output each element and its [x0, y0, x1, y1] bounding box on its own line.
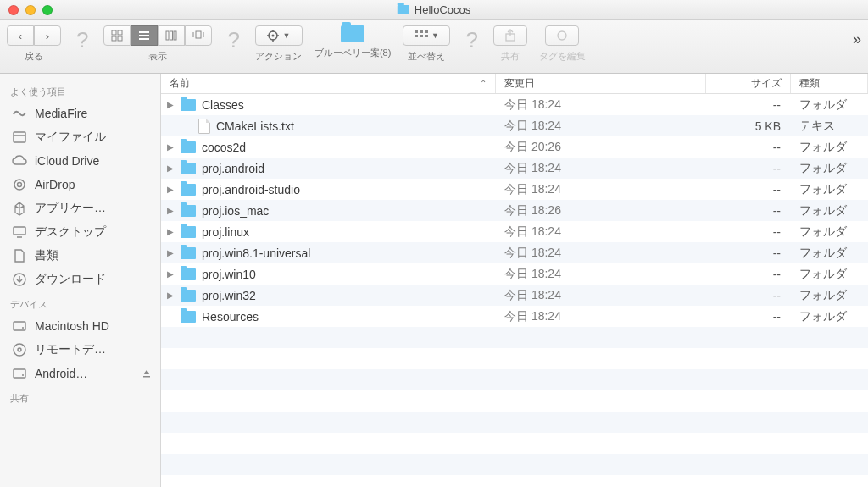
share-button[interactable]: [493, 25, 527, 46]
folder-icon: [181, 205, 196, 217]
table-row[interactable]: ▶proj.win10今日 18:24--フォルダ: [161, 263, 868, 285]
empty-row: [161, 433, 868, 454]
file-kind: テキス: [791, 119, 868, 134]
table-row[interactable]: ▶Classes今日 18:24--フォルダ: [161, 94, 868, 115]
file-size: --: [706, 204, 791, 218]
action-button[interactable]: ▼: [255, 25, 303, 46]
table-row[interactable]: ▶proj.android今日 18:24--フォルダ: [161, 158, 868, 179]
coverflow-view-button[interactable]: [185, 25, 212, 46]
sidebar-item[interactable]: マイファイル: [0, 125, 160, 149]
folder-icon: [398, 5, 409, 14]
column-size[interactable]: サイズ: [706, 74, 791, 93]
action-group: ▼ アクション: [255, 25, 303, 63]
documents-icon: [12, 248, 27, 263]
table-row[interactable]: ▶proj.ios_mac今日 18:26--フォルダ: [161, 200, 868, 221]
sidebar-item[interactable]: アプリケー…: [0, 196, 160, 220]
file-kind: フォルダ: [791, 203, 868, 219]
svg-point-41: [22, 374, 24, 376]
svg-rect-22: [415, 35, 418, 37]
table-row[interactable]: ▶cocos2d今日 20:26--フォルダ: [161, 136, 868, 158]
folder-icon: [181, 141, 196, 153]
icloud-icon: [12, 153, 27, 169]
hdd-icon: [12, 366, 27, 381]
file-date: 今日 18:24: [496, 119, 706, 134]
sidebar-item-label: 書類: [35, 248, 58, 263]
eject-icon[interactable]: [142, 368, 152, 379]
nav-label: 戻る: [25, 50, 43, 63]
list-view-button[interactable]: [131, 25, 158, 46]
svg-point-30: [14, 180, 25, 190]
view-label: 表示: [148, 50, 167, 63]
help-icon-3[interactable]: ?: [462, 25, 481, 55]
file-date: 今日 18:24: [496, 246, 706, 261]
file-date: 今日 18:26: [496, 203, 706, 219]
minimize-window-button[interactable]: [25, 5, 36, 15]
icon-view-button[interactable]: [103, 25, 131, 46]
sidebar-item[interactable]: Android…: [0, 362, 160, 385]
sidebar-item[interactable]: リモートデ…: [0, 338, 160, 362]
table-row[interactable]: ▶proj.win32今日 18:24--フォルダ: [161, 285, 868, 306]
svg-point-38: [14, 344, 25, 356]
forward-button[interactable]: ›: [34, 25, 61, 46]
file-date: 今日 18:24: [496, 97, 706, 113]
disclosure-triangle-icon[interactable]: ▶: [166, 100, 175, 109]
column-kind[interactable]: 種類: [791, 74, 868, 93]
file-name: CMakeLists.txt: [216, 119, 294, 133]
column-date[interactable]: 変更日: [496, 74, 706, 93]
sidebar-item[interactable]: iCloud Drive: [0, 149, 160, 173]
table-row[interactable]: Resources今日 18:24--フォルダ: [161, 306, 868, 327]
sidebar-item[interactable]: デスクトップ: [0, 220, 160, 244]
table-row[interactable]: ▶proj.linux今日 18:24--フォルダ: [161, 221, 868, 242]
more-button[interactable]: »: [853, 25, 861, 48]
disclosure-triangle-icon[interactable]: ▶: [166, 227, 175, 236]
disclosure-triangle-icon[interactable]: ▶: [166, 269, 175, 279]
sidebar-item[interactable]: AirDrop: [0, 173, 160, 196]
tag-button[interactable]: [545, 25, 579, 46]
file-size: --: [706, 183, 791, 196]
file-kind: フォルダ: [791, 182, 868, 197]
apps-icon: [12, 201, 27, 216]
zoom-window-button[interactable]: [42, 5, 53, 15]
sort-indicator-icon: ⌃: [480, 79, 487, 88]
disclosure-triangle-icon[interactable]: ▶: [166, 185, 175, 194]
file-size: --: [706, 98, 791, 112]
svg-point-39: [18, 348, 21, 351]
sidebar-item-label: デスクトップ: [35, 224, 106, 240]
close-window-button[interactable]: [8, 5, 19, 15]
airdrop-icon: [12, 177, 27, 192]
svg-rect-36: [14, 322, 25, 330]
table-row[interactable]: CMakeLists.txt今日 18:245 KBテキス: [161, 115, 868, 136]
disclosure-triangle-icon[interactable]: ▶: [166, 206, 175, 215]
sidebar-item[interactable]: 書類: [0, 244, 160, 268]
svg-rect-8: [170, 31, 173, 40]
disclosure-triangle-icon[interactable]: ▶: [166, 248, 175, 257]
disclosure-triangle-icon[interactable]: ▶: [166, 142, 175, 152]
help-icon-2[interactable]: ?: [224, 25, 242, 55]
svg-rect-2: [112, 36, 116, 41]
file-date: 今日 18:24: [496, 267, 706, 282]
sidebar-item[interactable]: Macintosh HD: [0, 314, 160, 338]
file-kind: フォルダ: [791, 309, 868, 324]
folder-icon[interactable]: [341, 25, 364, 42]
file-kind: フォルダ: [791, 140, 868, 155]
svg-point-14: [272, 35, 275, 37]
table-row[interactable]: ▶proj.win8.1-universal今日 18:24--フォルダ: [161, 242, 868, 263]
disclosure-triangle-icon[interactable]: ▶: [166, 163, 175, 173]
svg-rect-40: [14, 369, 25, 378]
sidebar-item[interactable]: MediaFire: [0, 102, 160, 125]
sidebar-section-header: よく使う項目: [0, 79, 160, 102]
folder-icon: [181, 268, 196, 280]
window-title: HelloCocos: [398, 3, 470, 16]
back-button[interactable]: ‹: [7, 25, 34, 46]
column-view-button[interactable]: [158, 25, 185, 46]
sidebar-item[interactable]: ダウンロード: [0, 268, 160, 291]
table-row[interactable]: ▶proj.android-studio今日 18:24--フォルダ: [161, 179, 868, 200]
folder-icon: [181, 247, 196, 259]
empty-row: [161, 327, 868, 348]
folder-icon: [181, 184, 196, 196]
sort-button[interactable]: ▼: [403, 25, 450, 46]
column-name[interactable]: 名前 ⌃: [161, 74, 496, 93]
disclosure-triangle-icon[interactable]: ▶: [166, 291, 175, 300]
help-icon[interactable]: ?: [73, 25, 92, 55]
sort-group: ▼ 並べ替え: [403, 25, 450, 63]
